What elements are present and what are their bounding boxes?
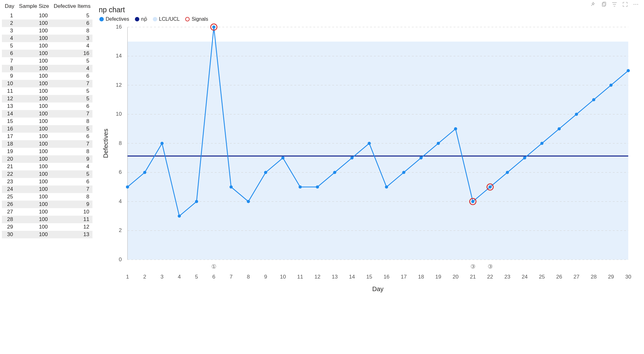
data-point[interactable] <box>264 171 267 174</box>
data-point[interactable] <box>385 185 388 189</box>
data-point[interactable] <box>368 142 371 145</box>
data-point[interactable] <box>195 200 198 203</box>
data-point[interactable] <box>230 185 233 189</box>
data-point[interactable] <box>143 171 146 174</box>
table-cell: 100 <box>16 42 51 50</box>
table-row[interactable]: 261009 <box>2 201 92 208</box>
table-row[interactable]: 151008 <box>2 118 92 125</box>
chart-area[interactable]: 0246810121416123456789101112131415161718… <box>97 24 635 313</box>
x-tick-label: 24 <box>522 274 528 280</box>
data-point[interactable] <box>454 127 457 130</box>
table-row[interactable]: 51004 <box>2 42 92 50</box>
table-cell: 7 <box>51 80 92 87</box>
table-row[interactable]: 91006 <box>2 72 92 80</box>
table-cell: 24 <box>2 185 16 193</box>
table-row[interactable]: 161005 <box>2 125 92 133</box>
table-cell: 1 <box>2 12 16 19</box>
x-tick-label: 4 <box>178 274 181 280</box>
data-point[interactable] <box>247 200 250 203</box>
x-tick-label: 25 <box>539 274 545 280</box>
table-row[interactable]: 31008 <box>2 27 92 35</box>
legend-item-npbar[interactable]: np̄ <box>135 16 147 22</box>
legend-item-defectives[interactable]: Defectives <box>99 16 129 22</box>
legend-swatch-signal <box>185 17 190 21</box>
data-point[interactable] <box>592 98 595 101</box>
data-point[interactable] <box>437 142 440 145</box>
table-row[interactable]: 2810011 <box>2 216 92 223</box>
table-row[interactable]: 211004 <box>2 163 92 170</box>
col-header-day[interactable]: Day <box>2 2 16 12</box>
y-axis-title: Defectives <box>102 129 109 158</box>
table-row[interactable]: 41003 <box>2 35 92 42</box>
table-row[interactable]: 2710010 <box>2 208 92 216</box>
table-cell: 11 <box>2 87 16 95</box>
table-cell: 7 <box>51 110 92 118</box>
data-point[interactable] <box>575 113 578 116</box>
data-point[interactable] <box>402 171 405 174</box>
table-cell: 100 <box>16 163 51 170</box>
data-table[interactable]: Day Sample Size Defective Items 11005210… <box>2 2 92 238</box>
data-point[interactable] <box>178 214 181 218</box>
data-point[interactable] <box>609 84 613 87</box>
table-row[interactable]: 231006 <box>2 178 92 185</box>
table-cell: 2 <box>2 19 16 27</box>
data-point[interactable] <box>419 156 423 159</box>
data-point[interactable] <box>126 185 129 189</box>
data-point[interactable] <box>489 185 492 189</box>
table-cell: 20 <box>2 155 16 163</box>
data-point[interactable] <box>471 200 475 203</box>
data-point[interactable] <box>160 142 164 145</box>
table-row[interactable]: 111005 <box>2 87 92 95</box>
data-point[interactable] <box>316 185 319 189</box>
table-cell: 100 <box>16 87 51 95</box>
table-row[interactable]: 171006 <box>2 133 92 140</box>
data-point[interactable] <box>299 185 302 189</box>
table-cell: 22 <box>2 170 16 178</box>
data-point[interactable] <box>350 156 353 159</box>
table-row[interactable]: 241007 <box>2 185 92 193</box>
data-point[interactable] <box>540 142 543 145</box>
table-cell: 16 <box>51 50 92 57</box>
table-row[interactable]: 2910012 <box>2 223 92 231</box>
chart-legend: Defectives np̄ LCL/UCL Signals <box>97 16 635 22</box>
x-tick-label: 3 <box>161 274 164 280</box>
table-row[interactable]: 221005 <box>2 170 92 178</box>
x-tick-label: 8 <box>247 274 250 280</box>
table-cell: 5 <box>51 57 92 65</box>
table-row[interactable]: 81004 <box>2 65 92 72</box>
table-row[interactable]: 251008 <box>2 193 92 201</box>
data-point[interactable] <box>333 171 336 174</box>
table-row[interactable]: 201009 <box>2 155 92 163</box>
table-row[interactable]: 610016 <box>2 50 92 57</box>
table-row[interactable]: 71005 <box>2 57 92 65</box>
data-point[interactable] <box>281 156 285 159</box>
data-point[interactable] <box>558 127 561 130</box>
col-header-defective[interactable]: Defective Items <box>51 2 92 12</box>
y-tick-label: 14 <box>116 53 122 59</box>
legend-item-band[interactable]: LCL/UCL <box>153 16 180 22</box>
legend-item-signals[interactable]: Signals <box>185 16 208 22</box>
table-cell: 100 <box>16 95 51 102</box>
data-point[interactable] <box>523 156 526 159</box>
table-row[interactable]: 121005 <box>2 95 92 102</box>
table-row[interactable]: 181007 <box>2 140 92 148</box>
table-row[interactable]: 131006 <box>2 102 92 110</box>
table-row[interactable]: 11005 <box>2 12 92 19</box>
table-cell: 100 <box>16 12 51 19</box>
data-point[interactable] <box>212 25 215 29</box>
table-cell: 9 <box>51 201 92 208</box>
table-row[interactable]: 3010013 <box>2 231 92 238</box>
x-tick-label: 26 <box>556 274 562 280</box>
table-cell: 6 <box>51 133 92 140</box>
data-point[interactable] <box>627 69 630 72</box>
table-cell: 8 <box>2 65 16 72</box>
legend-label-defectives: Defectives <box>106 16 129 22</box>
y-tick-label: 6 <box>119 169 122 175</box>
table-cell: 10 <box>2 80 16 87</box>
table-row[interactable]: 191008 <box>2 148 92 155</box>
table-row[interactable]: 101007 <box>2 80 92 87</box>
data-point[interactable] <box>506 171 509 174</box>
table-row[interactable]: 141007 <box>2 110 92 118</box>
col-header-sample[interactable]: Sample Size <box>16 2 51 12</box>
table-row[interactable]: 21006 <box>2 19 92 27</box>
